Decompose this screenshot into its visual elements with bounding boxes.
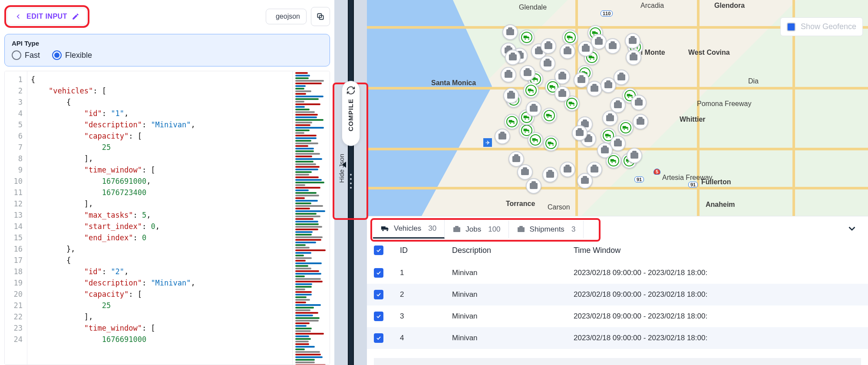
show-geofence-toggle[interactable]: Show Geofence [780, 17, 863, 36]
api-type-panel: API Type FastFlexible [4, 34, 330, 66]
editor-minimap[interactable] [292, 71, 330, 365]
vehicle-marker[interactable] [618, 120, 634, 136]
row-checkbox[interactable] [374, 312, 383, 321]
copy-icon [316, 12, 325, 21]
city-label: Arcadia [640, 2, 664, 10]
map-canvas[interactable]: Show Geofence ArcadiaGlendoraGlendaleEl … [367, 0, 868, 216]
tab-vehicles[interactable]: Vehicles30 [373, 220, 445, 239]
vehicles-table: ID Description Time Window 1Minivan2023/… [367, 239, 868, 358]
job-marker[interactable] [540, 56, 555, 71]
job-marker[interactable] [625, 33, 640, 49]
arrow-left-icon [14, 13, 22, 20]
table-row[interactable]: 1Minivan2023/02/18 09:00:00 - 2023/02/18… [367, 262, 868, 284]
job-marker[interactable] [505, 50, 521, 65]
tab-jobs[interactable]: Jobs100 [445, 221, 508, 238]
svg-rect-4 [453, 227, 460, 232]
job-marker[interactable] [614, 70, 629, 85]
tab-shipments[interactable]: Shipments3 [509, 221, 584, 238]
api-type-radio-flexible[interactable]: Flexible [52, 50, 92, 60]
vehicle-marker[interactable] [543, 136, 559, 151]
select-all-checkbox[interactable] [374, 246, 383, 255]
city-label: Torrance [506, 200, 535, 208]
city-label: Glendora [714, 2, 745, 10]
cell-id: 1 [400, 269, 452, 277]
col-description: Description [452, 246, 574, 255]
refresh-icon [346, 86, 356, 95]
table-row[interactable]: 3Minivan2023/02/18 09:00:00 - 2023/02/18… [367, 305, 868, 327]
hide-json-label[interactable]: Hide Json [338, 154, 345, 183]
cell-time-window: 2023/02/18 09:00:00 - 2023/02/18 18:00: [574, 334, 861, 342]
row-checkbox[interactable] [374, 290, 383, 299]
job-marker[interactable] [501, 67, 516, 83]
vehicle-marker[interactable] [562, 30, 578, 45]
job-marker[interactable] [526, 101, 541, 116]
job-marker[interactable] [503, 88, 519, 103]
copy-button[interactable] [311, 7, 330, 26]
svg-rect-7 [519, 226, 523, 227]
job-marker[interactable] [633, 114, 648, 129]
job-marker[interactable] [542, 167, 558, 182]
row-checkbox[interactable] [374, 333, 383, 343]
vehicle-marker[interactable] [528, 132, 543, 148]
city-label: Pomona Freeway [697, 100, 751, 108]
cell-description: Minivan [452, 312, 574, 321]
row-checkbox[interactable] [374, 268, 383, 278]
table-row[interactable]: 2Minivan2023/02/18 09:00:00 - 2023/02/18… [367, 284, 868, 305]
city-label: Glendale [519, 3, 547, 11]
collapse-panel-button[interactable] [846, 223, 858, 236]
edit-input-button[interactable]: EDIT INPUT [7, 8, 87, 25]
geojson-label: geojson [276, 13, 300, 20]
job-marker[interactable] [605, 38, 620, 54]
job-marker[interactable] [602, 110, 618, 126]
compile-button[interactable]: COMPILE [342, 81, 360, 146]
cell-id: 3 [400, 312, 452, 321]
city-label: Carson [548, 203, 570, 211]
job-marker[interactable] [554, 86, 570, 102]
entity-tabs: Vehicles30Jobs100Shipments3 [367, 216, 868, 239]
job-marker[interactable] [502, 24, 518, 40]
job-marker[interactable] [560, 162, 575, 177]
airport-icon: ✈ [483, 138, 492, 147]
job-marker[interactable] [591, 34, 607, 50]
vehicle-marker[interactable] [541, 108, 557, 123]
editor-code[interactable]: { "vehicles": [ { "id": "1", "descriptio… [27, 71, 292, 365]
show-geofence-checkbox[interactable] [787, 23, 795, 31]
cell-description: Minivan [452, 269, 574, 277]
job-marker[interactable] [626, 50, 641, 65]
horizontal-scrollbar[interactable] [374, 358, 861, 365]
cell-description: Minivan [452, 290, 574, 299]
show-geofence-label: Show Geofence [801, 22, 856, 31]
cell-description: Minivan [452, 334, 574, 342]
collapse-left-icon[interactable] [342, 162, 346, 168]
vehicle-marker[interactable] [523, 83, 539, 98]
job-marker[interactable] [627, 148, 642, 163]
job-marker[interactable] [554, 69, 570, 84]
job-marker[interactable] [517, 164, 533, 180]
job-marker[interactable] [526, 178, 541, 194]
highway-shield: 5 [653, 169, 660, 175]
vehicle-marker[interactable] [519, 30, 535, 45]
job-marker[interactable] [631, 95, 647, 110]
job-marker[interactable] [560, 43, 575, 59]
job-marker[interactable] [508, 151, 524, 167]
job-marker[interactable] [597, 143, 613, 158]
api-type-radio-fast[interactable]: Fast [12, 50, 40, 60]
job-marker[interactable] [577, 173, 593, 189]
table-row[interactable]: 4Minivan2023/02/18 09:00:00 - 2023/02/18… [367, 327, 868, 349]
geojson-button[interactable]: geojson [266, 9, 307, 24]
compile-label: COMPILE [347, 99, 354, 131]
job-marker[interactable] [541, 38, 556, 54]
col-id: ID [400, 246, 452, 255]
json-editor[interactable]: 123456789101112131415161718192021222324 … [4, 71, 330, 365]
highway-shield: 110 [601, 10, 613, 17]
vehicle-marker[interactable] [504, 114, 520, 129]
highway-shield: 91 [634, 176, 644, 182]
panel-divider[interactable]: COMPILE Hide Json [334, 0, 367, 365]
job-marker[interactable] [587, 81, 602, 96]
chevron-down-icon [846, 223, 858, 234]
svg-point-2 [382, 230, 383, 231]
job-marker[interactable] [495, 129, 510, 144]
api-type-title: API Type [12, 40, 323, 47]
job-marker[interactable] [520, 65, 535, 81]
job-marker[interactable] [572, 125, 587, 141]
